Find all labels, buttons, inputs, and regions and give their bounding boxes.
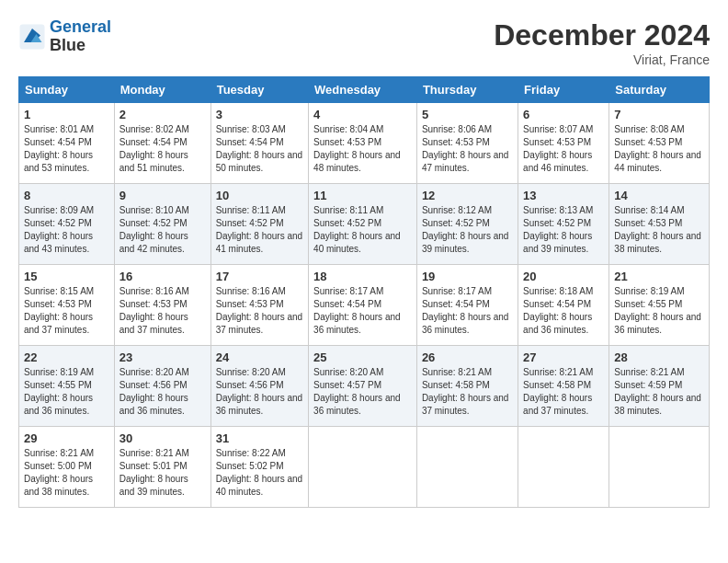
- day-number: 3: [216, 108, 303, 121]
- day-cell-19: 19 Sunrise: 8:17 AM Sunset: 4:54 PM Dayl…: [416, 265, 518, 346]
- day-cell-8: 8 Sunrise: 8:09 AM Sunset: 4:52 PM Dayli…: [19, 184, 115, 265]
- day-number: 30: [119, 431, 206, 445]
- day-number: 18: [313, 270, 412, 283]
- day-number: 25: [313, 350, 412, 364]
- day-number: 23: [119, 350, 206, 364]
- day-cell-13: 13 Sunrise: 8:13 AM Sunset: 4:52 PM Dayl…: [518, 184, 609, 265]
- page-header: General Blue December 2024 Viriat, Franc…: [18, 18, 710, 67]
- day-cell-3: 3 Sunrise: 8:03 AM Sunset: 4:54 PM Dayli…: [210, 103, 308, 184]
- col-saturday: Saturday: [609, 77, 710, 103]
- day-info: Sunrise: 8:14 AM Sunset: 4:53 PM Dayligh…: [614, 204, 704, 256]
- calendar-table: Sunday Monday Tuesday Wednesday Thursday…: [18, 76, 710, 508]
- day-number: 9: [119, 189, 206, 202]
- month-title: December 2024: [494, 18, 710, 52]
- day-info: Sunrise: 8:17 AM Sunset: 4:54 PM Dayligh…: [422, 285, 513, 337]
- day-number: 26: [422, 350, 513, 364]
- col-tuesday: Tuesday: [210, 77, 308, 103]
- week-row-2: 8 Sunrise: 8:09 AM Sunset: 4:52 PM Dayli…: [19, 184, 710, 265]
- day-info: Sunrise: 8:03 AM Sunset: 4:54 PM Dayligh…: [216, 123, 303, 175]
- location: Viriat, France: [494, 52, 710, 67]
- title-block: December 2024 Viriat, France: [494, 18, 710, 67]
- day-cell-4: 4 Sunrise: 8:04 AM Sunset: 4:53 PM Dayli…: [309, 103, 417, 184]
- empty-cell: [609, 427, 710, 508]
- col-monday: Monday: [114, 77, 210, 103]
- day-cell-16: 16 Sunrise: 8:16 AM Sunset: 4:53 PM Dayl…: [114, 265, 210, 346]
- logo: General Blue: [18, 18, 111, 55]
- day-cell-1: 1 Sunrise: 8:01 AM Sunset: 4:54 PM Dayli…: [19, 103, 115, 184]
- day-cell-28: 28 Sunrise: 8:21 AM Sunset: 4:59 PM Dayl…: [609, 346, 710, 427]
- day-cell-27: 27 Sunrise: 8:21 AM Sunset: 4:58 PM Dayl…: [518, 346, 609, 427]
- day-number: 13: [523, 189, 604, 202]
- day-number: 27: [523, 350, 604, 364]
- day-info: Sunrise: 8:16 AM Sunset: 4:53 PM Dayligh…: [216, 285, 303, 337]
- logo-icon: [18, 23, 46, 51]
- day-number: 17: [216, 270, 303, 283]
- day-number: 28: [614, 350, 704, 364]
- day-number: 31: [216, 431, 303, 445]
- day-cell-11: 11 Sunrise: 8:11 AM Sunset: 4:52 PM Dayl…: [309, 184, 417, 265]
- day-info: Sunrise: 8:11 AM Sunset: 4:52 PM Dayligh…: [313, 204, 412, 256]
- day-info: Sunrise: 8:21 AM Sunset: 4:58 PM Dayligh…: [523, 366, 604, 418]
- day-info: Sunrise: 8:02 AM Sunset: 4:54 PM Dayligh…: [119, 123, 206, 175]
- day-info: Sunrise: 8:15 AM Sunset: 4:53 PM Dayligh…: [24, 285, 109, 337]
- day-number: 21: [614, 270, 704, 283]
- day-number: 20: [523, 270, 604, 283]
- logo-line1: General: [50, 17, 111, 36]
- week-row-3: 15 Sunrise: 8:15 AM Sunset: 4:53 PM Dayl…: [19, 265, 710, 346]
- day-cell-22: 22 Sunrise: 8:19 AM Sunset: 4:55 PM Dayl…: [19, 346, 115, 427]
- day-info: Sunrise: 8:07 AM Sunset: 4:53 PM Dayligh…: [523, 123, 604, 175]
- day-cell-5: 5 Sunrise: 8:06 AM Sunset: 4:53 PM Dayli…: [416, 103, 518, 184]
- day-cell-23: 23 Sunrise: 8:20 AM Sunset: 4:56 PM Dayl…: [114, 346, 210, 427]
- day-info: Sunrise: 8:22 AM Sunset: 5:02 PM Dayligh…: [216, 447, 303, 499]
- day-number: 7: [614, 108, 704, 121]
- day-cell-26: 26 Sunrise: 8:21 AM Sunset: 4:58 PM Dayl…: [416, 346, 518, 427]
- day-info: Sunrise: 8:10 AM Sunset: 4:52 PM Dayligh…: [119, 204, 206, 256]
- day-info: Sunrise: 8:21 AM Sunset: 4:59 PM Dayligh…: [614, 366, 704, 418]
- day-number: 2: [119, 108, 206, 121]
- col-sunday: Sunday: [19, 77, 115, 103]
- day-number: 1: [24, 108, 109, 121]
- day-info: Sunrise: 8:20 AM Sunset: 4:56 PM Dayligh…: [119, 366, 206, 418]
- day-info: Sunrise: 8:19 AM Sunset: 4:55 PM Dayligh…: [614, 285, 704, 337]
- week-row-5: 29 Sunrise: 8:21 AM Sunset: 5:00 PM Dayl…: [19, 427, 710, 508]
- day-info: Sunrise: 8:20 AM Sunset: 4:57 PM Dayligh…: [313, 366, 412, 418]
- day-number: 14: [614, 189, 704, 202]
- day-cell-20: 20 Sunrise: 8:18 AM Sunset: 4:54 PM Dayl…: [518, 265, 609, 346]
- day-cell-25: 25 Sunrise: 8:20 AM Sunset: 4:57 PM Dayl…: [309, 346, 417, 427]
- day-info: Sunrise: 8:19 AM Sunset: 4:55 PM Dayligh…: [24, 366, 109, 418]
- empty-cell: [309, 427, 417, 508]
- day-cell-12: 12 Sunrise: 8:12 AM Sunset: 4:52 PM Dayl…: [416, 184, 518, 265]
- calendar-body: 1 Sunrise: 8:01 AM Sunset: 4:54 PM Dayli…: [19, 103, 710, 508]
- day-info: Sunrise: 8:09 AM Sunset: 4:52 PM Dayligh…: [24, 204, 109, 256]
- day-cell-31: 31 Sunrise: 8:22 AM Sunset: 5:02 PM Dayl…: [210, 427, 308, 508]
- day-number: 12: [422, 189, 513, 202]
- day-number: 22: [24, 350, 109, 364]
- day-info: Sunrise: 8:18 AM Sunset: 4:54 PM Dayligh…: [523, 285, 604, 337]
- col-thursday: Thursday: [416, 77, 518, 103]
- calendar-header: Sunday Monday Tuesday Wednesday Thursday…: [19, 77, 710, 103]
- day-cell-18: 18 Sunrise: 8:17 AM Sunset: 4:54 PM Dayl…: [309, 265, 417, 346]
- day-info: Sunrise: 8:12 AM Sunset: 4:52 PM Dayligh…: [422, 204, 513, 256]
- day-info: Sunrise: 8:01 AM Sunset: 4:54 PM Dayligh…: [24, 123, 109, 175]
- col-wednesday: Wednesday: [309, 77, 417, 103]
- day-number: 5: [422, 108, 513, 121]
- empty-cell: [416, 427, 518, 508]
- day-number: 24: [216, 350, 303, 364]
- header-row: Sunday Monday Tuesday Wednesday Thursday…: [19, 77, 710, 103]
- day-cell-24: 24 Sunrise: 8:20 AM Sunset: 4:56 PM Dayl…: [210, 346, 308, 427]
- day-number: 10: [216, 189, 303, 202]
- day-info: Sunrise: 8:08 AM Sunset: 4:53 PM Dayligh…: [614, 123, 704, 175]
- day-number: 29: [24, 431, 109, 445]
- day-info: Sunrise: 8:17 AM Sunset: 4:54 PM Dayligh…: [313, 285, 412, 337]
- day-number: 4: [313, 108, 412, 121]
- day-cell-30: 30 Sunrise: 8:21 AM Sunset: 5:01 PM Dayl…: [114, 427, 210, 508]
- day-cell-15: 15 Sunrise: 8:15 AM Sunset: 4:53 PM Dayl…: [19, 265, 115, 346]
- day-cell-29: 29 Sunrise: 8:21 AM Sunset: 5:00 PM Dayl…: [19, 427, 115, 508]
- day-info: Sunrise: 8:21 AM Sunset: 5:00 PM Dayligh…: [24, 447, 109, 499]
- logo-line2: Blue: [50, 36, 85, 54]
- day-cell-21: 21 Sunrise: 8:19 AM Sunset: 4:55 PM Dayl…: [609, 265, 710, 346]
- day-cell-6: 6 Sunrise: 8:07 AM Sunset: 4:53 PM Dayli…: [518, 103, 609, 184]
- day-number: 19: [422, 270, 513, 283]
- day-info: Sunrise: 8:21 AM Sunset: 5:01 PM Dayligh…: [119, 447, 206, 499]
- day-info: Sunrise: 8:06 AM Sunset: 4:53 PM Dayligh…: [422, 123, 513, 175]
